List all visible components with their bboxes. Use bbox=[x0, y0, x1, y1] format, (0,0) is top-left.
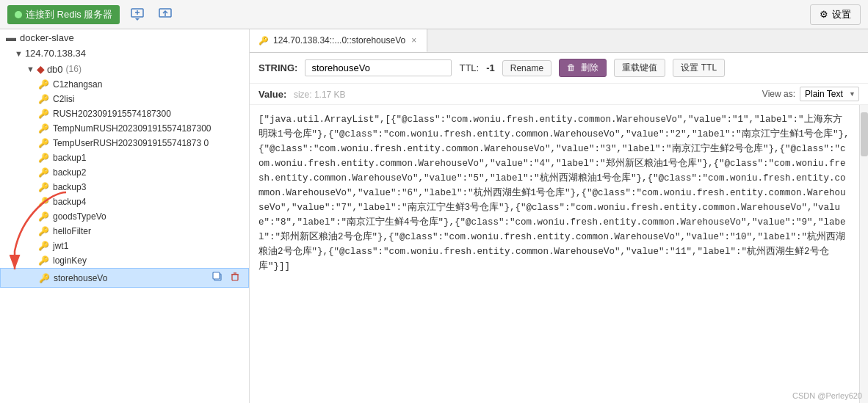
reload-button[interactable]: 重载键值 bbox=[614, 59, 665, 77]
scrollbar-track[interactable] bbox=[859, 105, 868, 403]
svg-rect-6 bbox=[213, 272, 220, 279]
settings-btn-label: 设置 bbox=[832, 8, 851, 21]
set-ttl-button[interactable]: 设置 TTL bbox=[673, 59, 725, 77]
sidebar-item-key-10[interactable]: 🔑 helloFilter bbox=[0, 224, 249, 239]
content-area: ["java.util.ArrayList",[{"@class":"com.w… bbox=[250, 105, 868, 403]
db-diamond-icon: ◆ bbox=[37, 63, 45, 75]
key-icon-6: 🔑 bbox=[38, 167, 49, 178]
right-panel: 🔑 124.70.138.34::...0::storehouseVo × ST… bbox=[250, 29, 868, 403]
sidebar-item-db0[interactable]: ▼ ◆ db0 (16) bbox=[0, 61, 249, 77]
tab-close-button[interactable]: × bbox=[410, 35, 418, 46]
value-label: Value: bbox=[258, 89, 286, 100]
main-area: ▬ docker-slave ▼ 124.70.138.34 ▼ ◆ db0 (… bbox=[0, 29, 868, 403]
db0-count: (16) bbox=[66, 64, 82, 74]
sidebar-item-key-2[interactable]: 🔑 RUSH2023091915574187300 bbox=[0, 106, 249, 121]
content-text[interactable]: ["java.util.ArrayList",[{"@class":"com.w… bbox=[250, 105, 859, 403]
sidebar-item-key-0[interactable]: 🔑 C1zhangsan bbox=[0, 77, 249, 92]
sidebar-item-key-9[interactable]: 🔑 goodsTypeVo bbox=[0, 209, 249, 224]
key-icon-1: 🔑 bbox=[38, 94, 49, 104]
sidebar: ▬ docker-slave ▼ 124.70.138.34 ▼ ◆ db0 (… bbox=[0, 29, 250, 403]
delete-key-button[interactable] bbox=[228, 271, 242, 285]
sidebar-item-server[interactable]: ▬ docker-slave bbox=[0, 29, 249, 46]
key-icon-0: 🔑 bbox=[38, 79, 49, 90]
toolbar: 连接到 Redis 服务器 ⚙ 设置 bbox=[0, 0, 868, 29]
sidebar-key-actions bbox=[210, 271, 242, 285]
key-label-12: loginKey bbox=[53, 255, 87, 266]
tab-storehouse[interactable]: 🔑 124.70.138.34::...0::storehouseVo × bbox=[250, 29, 427, 52]
sidebar-item-key-4[interactable]: 🔑 TempUserRUSH20230919155741873 0 bbox=[0, 136, 249, 150]
tab-key-icon: 🔑 bbox=[258, 36, 269, 46]
delete-button[interactable]: 🗑 删除 bbox=[559, 59, 607, 77]
tab-label: 124.70.138.34::...0::storehouseVo bbox=[273, 35, 405, 46]
key-icon-3: 🔑 bbox=[38, 123, 49, 134]
key-label-2: RUSH2023091915574187300 bbox=[53, 109, 171, 119]
delete-btn-label: 删除 bbox=[581, 62, 598, 73]
db0-label: db0 bbox=[47, 64, 63, 75]
connection-status-dot bbox=[15, 11, 22, 18]
key-icon-4: 🔑 bbox=[38, 138, 49, 148]
import-icon bbox=[158, 6, 173, 21]
sidebar-item-key-12[interactable]: 🔑 loginKey bbox=[0, 253, 249, 268]
sidebar-item-key-8[interactable]: 🔑 backup4 bbox=[0, 195, 249, 209]
key-icon-storehouse: 🔑 bbox=[39, 273, 50, 283]
scrollbar-thumb[interactable] bbox=[861, 112, 868, 156]
sidebar-item-key-1[interactable]: 🔑 C2lisi bbox=[0, 92, 249, 106]
export-icon bbox=[130, 6, 145, 21]
svg-rect-7 bbox=[232, 275, 238, 280]
key-label-3: TempNumRUSH2023091915574187300 bbox=[53, 123, 211, 134]
server-label: docker-slave bbox=[20, 32, 74, 43]
key-icon-10: 🔑 bbox=[38, 226, 49, 236]
connect-redis-button[interactable]: 连接到 Redis 服务器 bbox=[7, 5, 120, 24]
value-info-bar: Value: size: 1.17 KB View as: Plain Text… bbox=[250, 84, 868, 105]
key-name-input[interactable] bbox=[305, 59, 452, 76]
key-icon-9: 🔑 bbox=[38, 211, 49, 222]
toolbar-left: 连接到 Redis 服务器 bbox=[7, 3, 176, 26]
sidebar-item-key-5[interactable]: 🔑 backup1 bbox=[0, 150, 249, 165]
sidebar-item-key-3[interactable]: 🔑 TempNumRUSH2023091915574187300 bbox=[0, 121, 249, 136]
key-label-7: backup3 bbox=[53, 182, 86, 192]
key-label-8: backup4 bbox=[53, 197, 86, 207]
rename-button[interactable]: Rename bbox=[502, 60, 551, 76]
db-expand-arrow-icon: ▼ bbox=[26, 65, 35, 73]
sidebar-item-key-11[interactable]: 🔑 jwt1 bbox=[0, 239, 249, 253]
key-label-storehouse: storehouseVo bbox=[54, 273, 210, 283]
ttl-value: -1 bbox=[486, 62, 495, 73]
view-as-group: View as: Plain Text JSON Hex bbox=[762, 87, 859, 101]
expand-arrow-icon: ▼ bbox=[15, 49, 23, 58]
key-header: STRING: TTL: -1 Rename 🗑 删除 重载键值 设置 TTL bbox=[250, 53, 868, 84]
import-button[interactable] bbox=[155, 3, 176, 26]
export-button[interactable] bbox=[127, 3, 148, 26]
key-icon-11: 🔑 bbox=[38, 241, 49, 251]
key-icon-2: 🔑 bbox=[38, 109, 49, 119]
trash-icon bbox=[230, 272, 240, 282]
view-as-select[interactable]: Plain Text JSON Hex bbox=[800, 87, 859, 101]
sidebar-item-ip[interactable]: ▼ 124.70.138.34 bbox=[0, 46, 249, 61]
key-label-11: jwt1 bbox=[53, 241, 68, 251]
server-icon: ▬ bbox=[6, 32, 16, 43]
value-size: size: 1.17 KB bbox=[294, 90, 346, 100]
ip-label: 124.70.138.34 bbox=[25, 48, 86, 59]
key-icon-8: 🔑 bbox=[38, 197, 49, 207]
trash-icon-btn: 🗑 bbox=[567, 62, 576, 73]
key-label-10: helloFilter bbox=[53, 226, 91, 236]
sidebar-tree: 🔑 C1zhangsan 🔑 C2lisi 🔑 RUSH202309191557… bbox=[0, 77, 249, 403]
copy-icon bbox=[212, 272, 223, 282]
ttl-label: TTL: bbox=[459, 62, 479, 73]
sidebar-item-key-7[interactable]: 🔑 backup3 bbox=[0, 180, 249, 195]
key-icon-7: 🔑 bbox=[38, 182, 49, 192]
key-label-4: TempUserRUSH20230919155741873 0 bbox=[53, 138, 209, 148]
key-label-6: backup2 bbox=[53, 167, 86, 178]
sidebar-item-key-6[interactable]: 🔑 backup2 bbox=[0, 165, 249, 180]
key-label-0: C1zhangsan bbox=[53, 79, 102, 90]
value-label-group: Value: size: 1.17 KB bbox=[258, 89, 346, 100]
settings-button[interactable]: ⚙ 设置 bbox=[810, 4, 861, 25]
gear-icon: ⚙ bbox=[820, 9, 828, 20]
key-icon-12: 🔑 bbox=[38, 255, 49, 266]
view-as-select-wrapper: Plain Text JSON Hex bbox=[800, 87, 859, 101]
key-label-9: goodsTypeVo bbox=[53, 211, 106, 222]
copy-key-button[interactable] bbox=[210, 271, 225, 285]
key-label-5: backup1 bbox=[53, 153, 86, 163]
key-label-1: C2lisi bbox=[53, 94, 74, 104]
sidebar-item-key-storehouse[interactable]: 🔑 storehouseVo bbox=[0, 268, 249, 288]
connect-btn-label: 连接到 Redis 服务器 bbox=[26, 8, 112, 21]
